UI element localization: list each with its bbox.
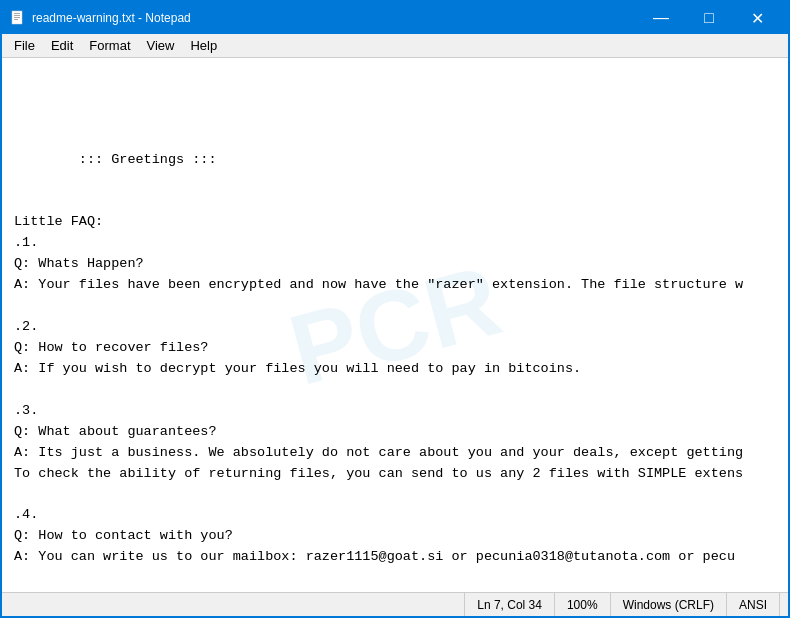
close-button[interactable]: ✕ — [734, 2, 780, 34]
document-text: ::: Greetings ::: Little FAQ: .1. Q: Wha… — [14, 152, 743, 592]
svg-rect-4 — [14, 19, 18, 20]
menu-file[interactable]: File — [6, 36, 43, 55]
zoom-level: 100% — [555, 593, 611, 616]
cursor-position: Ln 7, Col 34 — [464, 593, 555, 616]
encoding: ANSI — [727, 593, 780, 616]
notepad-icon — [10, 10, 26, 26]
line-ending: Windows (CRLF) — [611, 593, 727, 616]
content-wrapper: PCR ::: Greetings ::: Little FAQ: .1. Q:… — [2, 58, 788, 592]
text-editor[interactable]: PCR ::: Greetings ::: Little FAQ: .1. Q:… — [2, 58, 788, 592]
menu-edit[interactable]: Edit — [43, 36, 81, 55]
minimize-button[interactable]: — — [638, 2, 684, 34]
menu-bar: File Edit Format View Help — [2, 34, 788, 58]
menu-view[interactable]: View — [139, 36, 183, 55]
notepad-window: readme-warning.txt - Notepad — □ ✕ File … — [0, 0, 790, 618]
menu-help[interactable]: Help — [182, 36, 225, 55]
svg-rect-2 — [14, 15, 20, 16]
title-bar: readme-warning.txt - Notepad — □ ✕ — [2, 2, 788, 34]
text-content: ::: Greetings ::: Little FAQ: .1. Q: Wha… — [14, 129, 776, 592]
svg-rect-3 — [14, 17, 20, 18]
maximize-button[interactable]: □ — [686, 2, 732, 34]
menu-format[interactable]: Format — [81, 36, 138, 55]
status-bar: Ln 7, Col 34 100% Windows (CRLF) ANSI — [2, 592, 788, 616]
window-controls: — □ ✕ — [638, 2, 780, 34]
svg-rect-1 — [14, 13, 20, 14]
window-title: readme-warning.txt - Notepad — [32, 11, 638, 25]
